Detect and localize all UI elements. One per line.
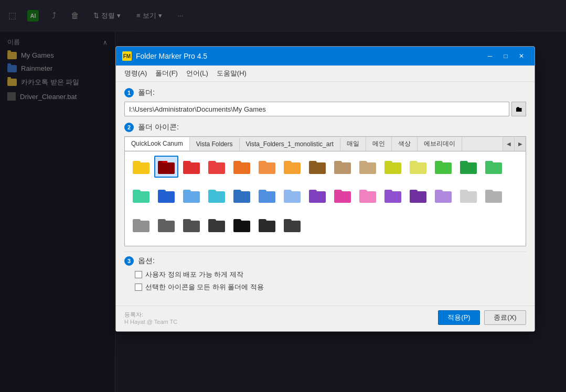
tab-vista2[interactable]: Vista_Folders_1_monolistic_art [240, 138, 340, 150]
folder-cell-tan-light[interactable] [356, 156, 380, 178]
dialog-title-text: Folder Marker Pro 4.5 [136, 52, 207, 60]
minimize-button[interactable]: ─ [483, 49, 497, 63]
option2-row: 선택한 아이콘을 모든 하위 폴더에 적용 [124, 282, 526, 292]
folder-cell-orange-red[interactable] [205, 156, 229, 178]
footer-reg: 등록자: H Hayat @ Team TC [124, 311, 177, 325]
option2-checkbox[interactable] [135, 284, 142, 291]
section2-row: 2 폴더 아이콘: [124, 123, 526, 132]
maximize-button[interactable]: □ [499, 49, 512, 63]
menu-help[interactable]: 도움말(H) [212, 67, 251, 80]
folder-cell-charcoal[interactable] [179, 214, 204, 236]
folder-cell-dark-gray[interactable] [154, 214, 178, 236]
tab-next-btn[interactable]: ▶ [514, 137, 526, 151]
folder-cell-red[interactable] [179, 156, 204, 178]
folder-cell-gray-light[interactable] [456, 184, 480, 206]
folder-cell-gray2[interactable] [129, 214, 153, 236]
section1-row: 1 폴더: [124, 88, 526, 97]
folder-cell-cyan[interactable] [205, 184, 229, 206]
folder-cell-gray[interactable] [482, 184, 506, 206]
folder-cell-dark3[interactable] [255, 214, 279, 236]
folder-cell-orange2[interactable] [280, 156, 304, 178]
folder-cell-blue-pale[interactable] [280, 184, 304, 206]
tabs-header: QuickLook Canum Vista Folders Vista_Fold… [125, 137, 526, 151]
app-icon: FM [122, 51, 132, 61]
menu-folder[interactable]: 폴더(F) [151, 67, 182, 80]
folder-cell-pink-light[interactable] [356, 184, 380, 206]
section3-num: 3 [124, 256, 134, 266]
tab-main[interactable]: 메인 [366, 137, 392, 151]
folder-cell-yellow-light[interactable] [406, 156, 430, 178]
options-section: 3 옵션: 사용자 정의 배포 가능 하게 제작 선택한 아이콘을 모든 하위 … [124, 252, 526, 299]
folder-cell-blue-light[interactable] [179, 184, 204, 206]
tab-vista[interactable]: Vista Folders [190, 138, 240, 150]
option2-label: 선택한 아이콘을 모든 하위 폴더에 적용 [145, 282, 264, 292]
path-row: 🖿 [124, 102, 526, 116]
folder-cell-blue3[interactable] [255, 184, 279, 206]
option1-label: 사용자 정의 배포 가능 하게 제작 [145, 270, 243, 279]
folder-cell-lavender[interactable] [431, 184, 455, 206]
folder-marker-dialog: FM Folder Marker Pro 4.5 ─ □ ✕ 명령(A) 폴더(… [115, 46, 535, 332]
tab-prev-btn[interactable]: ◀ [503, 137, 514, 151]
folder-cell-blue[interactable] [154, 184, 178, 206]
close-button[interactable]: ✕ [515, 49, 528, 63]
dialog-body: 1 폴더: 🖿 2 폴더 아이콘: QuickLook Canum Vista … [116, 82, 535, 306]
modal-overlay: FM Folder Marker Pro 4.5 ─ □ ✕ 명령(A) 폴더(… [0, 0, 566, 392]
section1-num: 1 [124, 88, 134, 97]
folder-cell-dark4[interactable] [280, 214, 304, 236]
dialog-footer: 등록자: H Hayat @ Team TC 적용(P) 종료(X) [116, 306, 535, 331]
svg-rect-0 [162, 161, 167, 163]
folder-cell-purple[interactable] [305, 184, 329, 206]
tab-color[interactable]: 색상 [392, 137, 418, 151]
menu-language[interactable]: 언어(L) [182, 67, 212, 80]
footer-buttons: 적용(P) 종료(X) [438, 310, 526, 325]
section3-label: 옵션: [138, 256, 155, 266]
apply-button[interactable]: 적용(P) [438, 310, 480, 325]
folder-cell-black[interactable] [230, 214, 254, 236]
folder-cell-brown[interactable] [305, 156, 329, 178]
tab-everyday[interactable]: 에브리데이 [418, 137, 462, 151]
exit-button[interactable]: 종료(X) [484, 310, 526, 325]
option1-row: 사용자 정의 배포 가능 하게 제작 [124, 270, 526, 279]
folder-cell-lime[interactable] [431, 156, 455, 178]
section1-label: 폴더: [138, 88, 155, 97]
path-input[interactable] [124, 102, 509, 116]
folder-cell-pink[interactable] [330, 184, 355, 206]
reg-label: 등록자: [124, 311, 177, 319]
folder-cell-yellow[interactable] [129, 156, 153, 178]
folder-cell-purple3[interactable] [406, 184, 430, 206]
icon-grid [125, 151, 526, 246]
folder-cell-green[interactable] [456, 156, 480, 178]
dialog-titlebar: FM Folder Marker Pro 4.5 ─ □ ✕ [116, 47, 535, 66]
menu-command[interactable]: 명령(A) [120, 67, 151, 80]
browse-button[interactable]: 🖿 [511, 102, 526, 116]
folder-cell-orange-light[interactable] [255, 156, 279, 178]
section2-num: 2 [124, 123, 134, 132]
folder-cell-tan[interactable] [330, 156, 355, 178]
icon-tabs-container: QuickLook Canum Vista Folders Vista_Fold… [124, 136, 526, 246]
tab-quicklook[interactable]: QuickLook Canum [125, 137, 190, 150]
folder-cell-yellow-green[interactable] [381, 156, 405, 178]
dialog-title-left: FM Folder Marker Pro 4.5 [122, 51, 207, 61]
folder-cell-orange[interactable] [230, 156, 254, 178]
folder-cell-blue2[interactable] [230, 184, 254, 206]
folder-cell-purple2[interactable] [381, 184, 405, 206]
tab-maeil[interactable]: 매일 [340, 137, 366, 151]
section3-row: 3 옵션: [124, 256, 526, 266]
folder-cell-teal[interactable] [129, 184, 153, 206]
menu-bar: 명령(A) 폴더(F) 언어(L) 도움말(H) [116, 66, 535, 82]
folder-cell-green-light[interactable] [482, 156, 506, 178]
section2-label: 폴더 아이콘: [138, 123, 179, 132]
folder-cell-dark2[interactable] [205, 214, 229, 236]
dialog-controls: ─ □ ✕ [483, 49, 528, 63]
reg-value: H Hayat @ Team TC [124, 319, 177, 325]
option1-checkbox[interactable] [135, 271, 142, 278]
folder-cell-red-dark[interactable] [154, 156, 178, 178]
